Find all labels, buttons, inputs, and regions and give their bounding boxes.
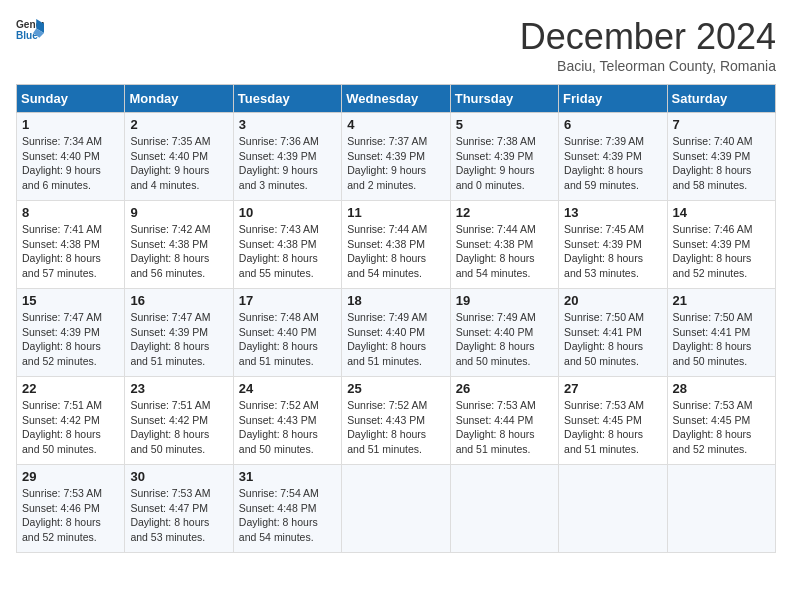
calendar-cell: 24 Sunrise: 7:52 AMSunset: 4:43 PMDaylig…: [233, 377, 341, 465]
logo: General Blue: [16, 16, 44, 44]
day-info: Sunrise: 7:53 AMSunset: 4:45 PMDaylight:…: [564, 398, 661, 457]
calendar-cell: 6 Sunrise: 7:39 AMSunset: 4:39 PMDayligh…: [559, 113, 667, 201]
week-row-2: 8 Sunrise: 7:41 AMSunset: 4:38 PMDayligh…: [17, 201, 776, 289]
calendar-cell: [559, 465, 667, 553]
header-row: SundayMondayTuesdayWednesdayThursdayFrid…: [17, 85, 776, 113]
col-header-tuesday: Tuesday: [233, 85, 341, 113]
day-info: Sunrise: 7:43 AMSunset: 4:38 PMDaylight:…: [239, 222, 336, 281]
month-title: December 2024: [520, 16, 776, 58]
logo-icon: General Blue: [16, 16, 44, 44]
day-info: Sunrise: 7:36 AMSunset: 4:39 PMDaylight:…: [239, 134, 336, 193]
calendar-cell: [342, 465, 450, 553]
day-number: 28: [673, 381, 770, 396]
day-info: Sunrise: 7:50 AMSunset: 4:41 PMDaylight:…: [564, 310, 661, 369]
title-block: December 2024 Baciu, Teleorman County, R…: [520, 16, 776, 74]
week-row-5: 29 Sunrise: 7:53 AMSunset: 4:46 PMDaylig…: [17, 465, 776, 553]
day-number: 11: [347, 205, 444, 220]
day-info: Sunrise: 7:46 AMSunset: 4:39 PMDaylight:…: [673, 222, 770, 281]
day-info: Sunrise: 7:44 AMSunset: 4:38 PMDaylight:…: [347, 222, 444, 281]
calendar-cell: [667, 465, 775, 553]
day-info: Sunrise: 7:52 AMSunset: 4:43 PMDaylight:…: [347, 398, 444, 457]
page-header: General Blue December 2024 Baciu, Teleor…: [16, 16, 776, 74]
day-info: Sunrise: 7:49 AMSunset: 4:40 PMDaylight:…: [347, 310, 444, 369]
day-number: 25: [347, 381, 444, 396]
calendar-cell: 28 Sunrise: 7:53 AMSunset: 4:45 PMDaylig…: [667, 377, 775, 465]
calendar-cell: 12 Sunrise: 7:44 AMSunset: 4:38 PMDaylig…: [450, 201, 558, 289]
calendar-cell: 17 Sunrise: 7:48 AMSunset: 4:40 PMDaylig…: [233, 289, 341, 377]
col-header-thursday: Thursday: [450, 85, 558, 113]
calendar-cell: 8 Sunrise: 7:41 AMSunset: 4:38 PMDayligh…: [17, 201, 125, 289]
col-header-monday: Monday: [125, 85, 233, 113]
day-info: Sunrise: 7:50 AMSunset: 4:41 PMDaylight:…: [673, 310, 770, 369]
day-number: 23: [130, 381, 227, 396]
day-number: 7: [673, 117, 770, 132]
calendar-cell: 21 Sunrise: 7:50 AMSunset: 4:41 PMDaylig…: [667, 289, 775, 377]
day-number: 22: [22, 381, 119, 396]
day-info: Sunrise: 7:40 AMSunset: 4:39 PMDaylight:…: [673, 134, 770, 193]
week-row-4: 22 Sunrise: 7:51 AMSunset: 4:42 PMDaylig…: [17, 377, 776, 465]
day-info: Sunrise: 7:51 AMSunset: 4:42 PMDaylight:…: [22, 398, 119, 457]
day-number: 5: [456, 117, 553, 132]
day-info: Sunrise: 7:51 AMSunset: 4:42 PMDaylight:…: [130, 398, 227, 457]
calendar-cell: 27 Sunrise: 7:53 AMSunset: 4:45 PMDaylig…: [559, 377, 667, 465]
col-header-sunday: Sunday: [17, 85, 125, 113]
day-info: Sunrise: 7:38 AMSunset: 4:39 PMDaylight:…: [456, 134, 553, 193]
day-info: Sunrise: 7:48 AMSunset: 4:40 PMDaylight:…: [239, 310, 336, 369]
calendar-cell: 15 Sunrise: 7:47 AMSunset: 4:39 PMDaylig…: [17, 289, 125, 377]
day-info: Sunrise: 7:42 AMSunset: 4:38 PMDaylight:…: [130, 222, 227, 281]
calendar-cell: 3 Sunrise: 7:36 AMSunset: 4:39 PMDayligh…: [233, 113, 341, 201]
day-number: 13: [564, 205, 661, 220]
day-number: 26: [456, 381, 553, 396]
calendar-cell: 1 Sunrise: 7:34 AMSunset: 4:40 PMDayligh…: [17, 113, 125, 201]
location: Baciu, Teleorman County, Romania: [520, 58, 776, 74]
day-info: Sunrise: 7:45 AMSunset: 4:39 PMDaylight:…: [564, 222, 661, 281]
day-number: 18: [347, 293, 444, 308]
day-info: Sunrise: 7:47 AMSunset: 4:39 PMDaylight:…: [22, 310, 119, 369]
day-number: 3: [239, 117, 336, 132]
day-number: 9: [130, 205, 227, 220]
day-info: Sunrise: 7:39 AMSunset: 4:39 PMDaylight:…: [564, 134, 661, 193]
day-number: 8: [22, 205, 119, 220]
day-info: Sunrise: 7:52 AMSunset: 4:43 PMDaylight:…: [239, 398, 336, 457]
calendar-cell: 10 Sunrise: 7:43 AMSunset: 4:38 PMDaylig…: [233, 201, 341, 289]
day-number: 17: [239, 293, 336, 308]
day-number: 6: [564, 117, 661, 132]
col-header-friday: Friday: [559, 85, 667, 113]
day-number: 16: [130, 293, 227, 308]
calendar-cell: 18 Sunrise: 7:49 AMSunset: 4:40 PMDaylig…: [342, 289, 450, 377]
col-header-wednesday: Wednesday: [342, 85, 450, 113]
calendar-cell: 14 Sunrise: 7:46 AMSunset: 4:39 PMDaylig…: [667, 201, 775, 289]
calendar-cell: 13 Sunrise: 7:45 AMSunset: 4:39 PMDaylig…: [559, 201, 667, 289]
day-number: 14: [673, 205, 770, 220]
day-number: 20: [564, 293, 661, 308]
day-info: Sunrise: 7:53 AMSunset: 4:47 PMDaylight:…: [130, 486, 227, 545]
calendar-cell: 11 Sunrise: 7:44 AMSunset: 4:38 PMDaylig…: [342, 201, 450, 289]
calendar-cell: 29 Sunrise: 7:53 AMSunset: 4:46 PMDaylig…: [17, 465, 125, 553]
week-row-3: 15 Sunrise: 7:47 AMSunset: 4:39 PMDaylig…: [17, 289, 776, 377]
calendar-cell: 7 Sunrise: 7:40 AMSunset: 4:39 PMDayligh…: [667, 113, 775, 201]
day-number: 10: [239, 205, 336, 220]
day-number: 29: [22, 469, 119, 484]
day-info: Sunrise: 7:53 AMSunset: 4:45 PMDaylight:…: [673, 398, 770, 457]
day-number: 12: [456, 205, 553, 220]
day-info: Sunrise: 7:44 AMSunset: 4:38 PMDaylight:…: [456, 222, 553, 281]
calendar-cell: 26 Sunrise: 7:53 AMSunset: 4:44 PMDaylig…: [450, 377, 558, 465]
day-info: Sunrise: 7:37 AMSunset: 4:39 PMDaylight:…: [347, 134, 444, 193]
calendar-cell: 20 Sunrise: 7:50 AMSunset: 4:41 PMDaylig…: [559, 289, 667, 377]
calendar-cell: [450, 465, 558, 553]
week-row-1: 1 Sunrise: 7:34 AMSunset: 4:40 PMDayligh…: [17, 113, 776, 201]
day-info: Sunrise: 7:49 AMSunset: 4:40 PMDaylight:…: [456, 310, 553, 369]
calendar-cell: 19 Sunrise: 7:49 AMSunset: 4:40 PMDaylig…: [450, 289, 558, 377]
calendar-cell: 23 Sunrise: 7:51 AMSunset: 4:42 PMDaylig…: [125, 377, 233, 465]
calendar-cell: 9 Sunrise: 7:42 AMSunset: 4:38 PMDayligh…: [125, 201, 233, 289]
calendar-cell: 31 Sunrise: 7:54 AMSunset: 4:48 PMDaylig…: [233, 465, 341, 553]
day-number: 24: [239, 381, 336, 396]
calendar-table: SundayMondayTuesdayWednesdayThursdayFrid…: [16, 84, 776, 553]
calendar-cell: 2 Sunrise: 7:35 AMSunset: 4:40 PMDayligh…: [125, 113, 233, 201]
day-number: 27: [564, 381, 661, 396]
day-number: 4: [347, 117, 444, 132]
day-info: Sunrise: 7:53 AMSunset: 4:44 PMDaylight:…: [456, 398, 553, 457]
day-number: 2: [130, 117, 227, 132]
day-number: 19: [456, 293, 553, 308]
day-number: 30: [130, 469, 227, 484]
